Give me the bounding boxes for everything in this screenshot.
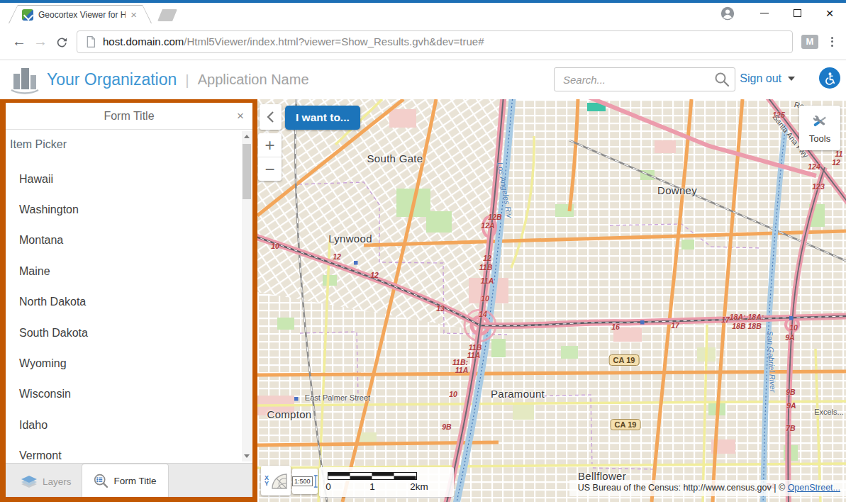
tab-close-icon[interactable]: × — [130, 9, 137, 20]
forward-button[interactable]: → — [30, 33, 51, 50]
geocortex-favicon-icon — [22, 9, 33, 21]
item-picker-label: Item Picker — [10, 138, 252, 154]
item-picker-list: HawaiiWashingtonMontanaMaineNorth Dakota… — [6, 164, 252, 463]
zoom-control: + − — [258, 133, 282, 181]
map-canvas — [257, 99, 846, 502]
list-item[interactable]: Montana — [6, 225, 252, 256]
list-item[interactable]: South Dakota — [6, 318, 252, 348]
list-item[interactable]: Wisconsin — [6, 379, 252, 410]
sign-out-caret-icon[interactable] — [788, 77, 795, 81]
url-host: host.domain.com — [103, 35, 184, 47]
sign-out-link[interactable]: Sign out — [740, 72, 781, 85]
panel-collapse-button[interactable] — [260, 104, 282, 130]
coordinates-widget-button[interactable]: XY — [261, 466, 291, 495]
reload-icon — [55, 35, 68, 48]
page-icon — [86, 36, 96, 47]
scale-bar-zero: 0 — [325, 481, 331, 492]
list-item[interactable]: Idaho — [6, 410, 252, 440]
extension-button[interactable]: M — [801, 35, 818, 49]
scrollbar-up-icon[interactable] — [242, 131, 252, 142]
zoom-in-button[interactable]: + — [258, 133, 282, 157]
form-results-icon — [94, 474, 108, 488]
maximize-icon — [794, 9, 801, 17]
close-button[interactable]: × — [813, 3, 846, 23]
tools-button[interactable]: Tools — [799, 106, 840, 150]
scale-value: 1:500 — [292, 476, 313, 486]
application-name: Application Name — [198, 72, 309, 88]
minimize-icon — [760, 13, 769, 13]
browser-menu-button[interactable] — [827, 37, 837, 47]
tools-label: Tools — [809, 133, 830, 144]
browser-tab[interactable]: Geocortex Viewer for HT × — [9, 5, 152, 23]
sign-out-control: Sign out — [740, 72, 795, 85]
reload-button[interactable] — [51, 35, 72, 48]
layers-icon — [21, 475, 37, 489]
browser-titlebar: Geocortex Viewer for HT × × — [0, 3, 846, 23]
panel-scrollbar[interactable] — [242, 131, 252, 461]
accessibility-button[interactable] — [819, 67, 840, 89]
tab-layers-label: Layers — [43, 476, 72, 487]
list-item[interactable]: Maine — [6, 256, 252, 286]
scale-bar-graphic — [328, 472, 417, 480]
list-item[interactable]: Vermont — [6, 441, 252, 463]
tab-layers[interactable]: Layers — [11, 466, 82, 497]
list-item[interactable]: Wyoming — [6, 348, 252, 379]
panel-body: Item Picker HawaiiWashingtonMontanaMaine… — [6, 130, 252, 463]
organization-logo-icon — [9, 65, 41, 95]
panel-tabbar: Layers Form Title — [6, 463, 252, 497]
scale-ibeam-icon — [313, 473, 318, 490]
list-item[interactable]: Washington — [6, 194, 252, 225]
scrollbar-thumb[interactable] — [243, 144, 251, 199]
search-box — [554, 67, 735, 91]
user-icon — [720, 6, 735, 21]
panel-close-icon[interactable]: × — [237, 103, 244, 130]
browser-profile-icon[interactable] — [720, 6, 735, 24]
browser-navbar: ← → host.domain.com/Html5Viewer/index.ht… — [0, 23, 846, 60]
zoom-out-button[interactable]: − — [258, 157, 282, 181]
tab-form-title-label: Form Title — [114, 476, 157, 486]
scrollbar-down-icon[interactable] — [242, 451, 252, 461]
attribution-text: US Bureau of the Census: http://www.cens… — [578, 483, 788, 493]
search-input[interactable] — [554, 67, 735, 91]
tab-form-title[interactable]: Form Title — [82, 464, 169, 497]
new-tab-button[interactable] — [157, 9, 177, 21]
scale-bar: 0 1 2km — [319, 467, 454, 497]
panel-title: Form Title — [104, 110, 154, 122]
organization-name: Your Organization — [47, 70, 177, 89]
list-item[interactable]: North Dakota — [6, 287, 252, 318]
grid-globe-icon — [270, 472, 287, 489]
map-viewport[interactable]: South GateDowneyLynwoodParamountComptonB… — [257, 99, 846, 502]
list-item[interactable]: Hawaii — [6, 164, 252, 194]
url-bar[interactable]: host.domain.com/Html5Viewer/index.html?v… — [77, 30, 793, 53]
i-want-to-button[interactable]: I want to... — [285, 106, 360, 130]
scale-bar-end: 2km — [410, 481, 428, 492]
back-button[interactable]: ← — [9, 33, 30, 50]
minimize-button[interactable] — [748, 3, 781, 23]
form-panel-highlighted: Form Title × Item Picker HawaiiWashingto… — [0, 99, 257, 502]
close-icon: × — [825, 6, 833, 20]
scale-bar-mid: 1 — [369, 481, 375, 492]
openstreetmap-link[interactable]: OpenStreet... — [788, 483, 840, 493]
url-text: host.domain.com/Html5Viewer/index.html?v… — [103, 35, 484, 47]
main-area: South GateDowneyLynwoodParamountComptonB… — [0, 99, 846, 502]
maximize-button[interactable] — [781, 3, 813, 23]
header-separator: | — [185, 72, 189, 89]
url-path: /Html5Viewer/index.html?viewer=Show_Resu… — [184, 35, 484, 47]
panel-header: Form Title × — [6, 103, 252, 130]
tab-title: Geocortex Viewer for HT — [38, 10, 126, 20]
app-header: Your Organization | Application Name Sig… — [0, 60, 846, 99]
accessibility-icon — [823, 72, 837, 85]
map-attribution: US Bureau of the Census: http://www.cens… — [569, 480, 846, 496]
xy-icon: XY — [265, 475, 269, 486]
search-icon[interactable] — [713, 70, 731, 89]
tools-icon — [811, 112, 830, 130]
scale-input-button[interactable]: 1:500 — [292, 469, 318, 494]
chevron-left-icon — [266, 110, 275, 124]
